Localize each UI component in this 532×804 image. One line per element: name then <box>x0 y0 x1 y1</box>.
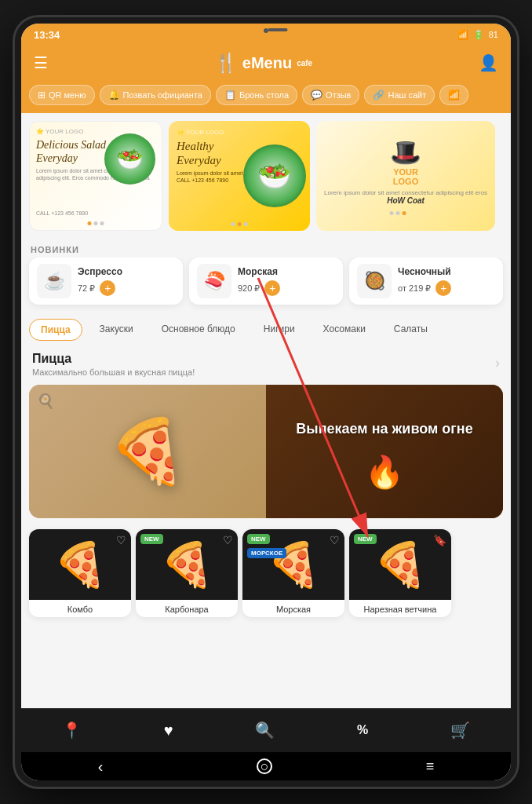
discount-icon: % <box>357 723 368 737</box>
tab-snacks[interactable]: Закуски <box>89 319 144 341</box>
tab-main-course[interactable]: Основное блюдо <box>151 319 246 341</box>
pizza-section-header: Пицца Максимально большая и вкусная пицц… <box>21 347 511 380</box>
sea-heart-icon[interactable]: ♡ <box>330 534 340 546</box>
pizza-item-combo[interactable]: 🍕 ♡ Комбо <box>29 529 131 617</box>
review-button[interactable]: 💬 Отзыв <box>302 85 359 105</box>
tab-salads[interactable]: Салаты <box>383 319 439 341</box>
combo-emoji: 🍕 <box>53 539 107 590</box>
book-table-label: Бронь стола <box>239 90 289 100</box>
bottom-nav-search[interactable]: 🔍 <box>255 721 275 740</box>
garlic-price: от 219 ₽ <box>398 283 431 294</box>
pizza-section-subtitle: Максимально большая и вкусная пицца! <box>32 367 195 377</box>
dot-3 <box>100 221 104 225</box>
banner1-logo-tag: ⭐ YOUR LOGO <box>36 128 83 135</box>
ham-image: 🍕 NEW 🔖 <box>349 529 451 600</box>
sea-name: Морская <box>242 600 344 617</box>
fire-icon: 🔥 <box>365 454 404 491</box>
wifi-icon: 📶 <box>448 90 460 100</box>
banner2-star-icon: ⭐ <box>177 129 184 136</box>
bell-icon: 🔔 <box>108 90 120 100</box>
banner1-food-image: 🥗 <box>104 133 155 185</box>
tab-pizza[interactable]: Пицца <box>29 319 82 341</box>
bottom-nav-discount[interactable]: % <box>357 723 368 737</box>
garlic-name: Чесночный <box>398 266 495 277</box>
qr-menu-button[interactable]: ⊞ QR меню <box>29 85 95 105</box>
app-header: ☰ 🍴 eMenucafe 👤 <box>21 46 511 80</box>
espresso-add-button[interactable]: + <box>100 280 115 296</box>
morskaya-add-button[interactable]: + <box>264 280 280 296</box>
banner1-phone: CALL +123 456 7890 <box>36 210 88 216</box>
ham-emoji: 🍕 <box>373 539 428 590</box>
book-table-button[interactable]: 📋 Бронь стола <box>216 85 297 105</box>
navigation-bar: ⊞ QR меню 🔔 Позвать официанта 📋 Бронь ст… <box>21 80 511 113</box>
banner2-content: ⭐ YOUR LOGO HealthyEveryday Lorem ipsum … <box>169 121 310 231</box>
bottom-nav-cart[interactable]: 🛒 <box>450 721 470 740</box>
morskaya-image: 🍣 <box>197 264 231 298</box>
new-item-garlic[interactable]: 🥘 Чесночный от 219 ₽ + <box>349 258 503 305</box>
sea-image: 🍕 NEW МОРСКОЕ ♡ <box>242 529 344 600</box>
profile-icon[interactable]: 👤 <box>479 53 498 72</box>
status-bar: 13:34 📶 🔋 81 <box>21 24 511 46</box>
tab-hosomaki[interactable]: Хосомаки <box>312 319 377 341</box>
battery-icon: 🔋 <box>473 30 484 40</box>
banner-1[interactable]: ⭐ YOUR LOGO Delicious SaladEveryday Lore… <box>29 121 162 231</box>
garlic-add-button[interactable]: + <box>435 280 451 296</box>
pizza-items-row: 🍕 ♡ Комбо 🍕 NEW ♡ Карбонара <box>21 523 511 625</box>
android-back-button[interactable]: ‹ <box>98 758 104 776</box>
banner3-your-logo: YOUR <box>393 167 418 177</box>
bottom-nav-location[interactable]: 📍 <box>62 721 82 740</box>
carbonara-new-badge: NEW <box>140 534 163 544</box>
dot-2 <box>94 221 98 225</box>
logo-cafe-text: cafe <box>297 59 312 68</box>
carbonara-heart-icon[interactable]: ♡ <box>223 534 233 546</box>
pizza-item-carbonara[interactable]: 🍕 NEW ♡ Карбонара <box>136 529 238 617</box>
website-button[interactable]: 🔗 Наш сайт <box>364 85 435 105</box>
banner3-body-text: Lorem ipsum dolor sit amet consectetur a… <box>324 189 487 196</box>
pizza-item-sea[interactable]: 🍕 NEW МОРСКОЕ ♡ Морская <box>242 529 344 617</box>
pizza-banner-left: 🍕 🍳 <box>29 385 266 518</box>
tab-nigiri[interactable]: Нигири <box>253 319 306 341</box>
sea-blue-badge: МОРСКОЕ <box>247 548 286 558</box>
pizza-promo-banner: 🍕 🍳 Выпекаем на живом огне 🔥 <box>29 385 503 518</box>
bottom-nav-favorites[interactable]: ♥ <box>164 722 173 740</box>
pizza-left-image: 🍕 <box>108 415 187 488</box>
ham-new-badge: NEW <box>354 534 377 544</box>
combo-name: Комбо <box>29 600 131 617</box>
morskaya-price: 920 ₽ <box>238 283 260 294</box>
banner2-food-image: 🥗 <box>243 144 306 207</box>
banner-3[interactable]: 🎩 YOUR LOGO Lorem ipsum dolor sit amet c… <box>316 121 495 231</box>
location-icon: 📍 <box>62 721 82 740</box>
tablet-frame: 13:34 📶 🔋 81 ☰ 🍴 eMenucafe 👤 ⊞ QR меню <box>15 17 517 787</box>
ham-bookmark-icon[interactable]: 🔖 <box>433 534 446 546</box>
banner-2[interactable]: ⭐ YOUR LOGO HealthyEveryday Lorem ipsum … <box>169 121 310 231</box>
banner1-logo-star: ⭐ <box>36 128 44 135</box>
qr-icon: ⊞ <box>38 90 46 100</box>
banner3-hat-icon: 🎩 <box>390 137 421 167</box>
espresso-price: 72 ₽ <box>78 283 95 294</box>
wifi-status-icon: 📶 <box>457 30 468 40</box>
tablet-screen: 13:34 📶 🔋 81 ☰ 🍴 eMenucafe 👤 ⊞ QR меню <box>21 24 511 780</box>
new-item-morskaya[interactable]: 🍣 Морская 920 ₽ + <box>189 258 343 305</box>
android-menu-button[interactable]: ≡ <box>426 758 435 775</box>
hamburger-menu-icon[interactable]: ☰ <box>34 53 48 72</box>
logo-fork-icon: 🍴 <box>214 52 238 74</box>
bottom-navigation: 📍 ♥ 🔍 % 🛒 <box>21 708 511 752</box>
combo-heart-icon[interactable]: ♡ <box>116 534 126 546</box>
pizza-section-chevron[interactable]: › <box>495 355 500 371</box>
sea-new-badge: NEW <box>247 534 270 544</box>
morskaya-name: Морская <box>238 266 335 277</box>
android-home-button[interactable]: ○ <box>257 758 272 774</box>
banner2-logo-text: YOUR LOGO <box>186 129 224 136</box>
banner3-logo-text: LOGO <box>393 177 418 186</box>
new-item-espresso[interactable]: ☕ Эспрессо 72 ₽ + <box>29 258 183 305</box>
call-waiter-button[interactable]: 🔔 Позвать официанта <box>100 85 211 105</box>
banner1-logo-text: YOUR LOGO <box>46 128 83 135</box>
espresso-image: ☕ <box>37 264 71 298</box>
call-waiter-label: Позвать официанта <box>123 90 202 100</box>
app-logo: 🍴 eMenucafe <box>214 52 312 74</box>
wifi-button[interactable]: 📶 <box>439 85 468 105</box>
banner3-dot-1 <box>389 211 393 215</box>
banner3-dot-2 <box>395 211 399 215</box>
pizza-item-ham[interactable]: 🍕 NEW 🔖 Нарезная ветчина <box>349 529 451 617</box>
carbonara-emoji: 🍕 <box>160 539 214 590</box>
